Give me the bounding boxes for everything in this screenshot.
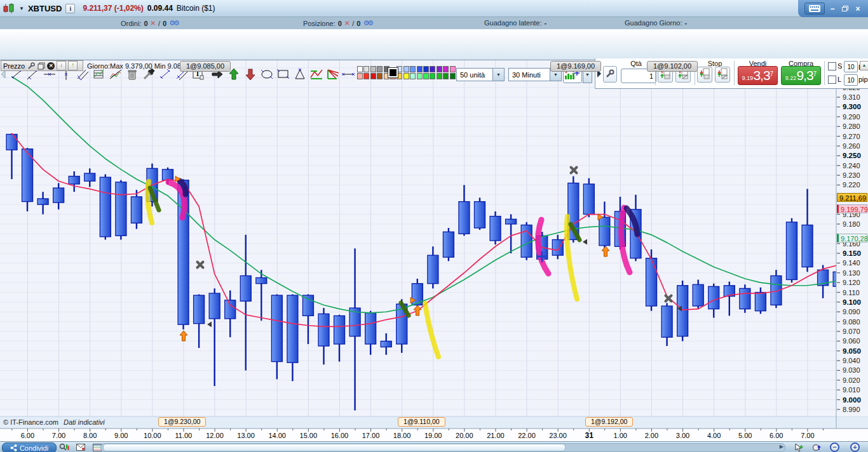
svg-text:8.00: 8.00 bbox=[83, 432, 97, 439]
color-swatch[interactable] bbox=[450, 73, 456, 79]
close-button[interactable]: × bbox=[853, 4, 863, 13]
zoom-selection-icon[interactable] bbox=[811, 442, 822, 452]
fan-tool-icon[interactable] bbox=[325, 66, 341, 83]
color-swatch[interactable] bbox=[430, 73, 435, 79]
order-settings-wrench-icon[interactable] bbox=[603, 66, 617, 83]
stop-sell-order-button[interactable] bbox=[715, 67, 730, 83]
position-status: Posizione: 0 ✕ / 0 ⚙⚙ bbox=[303, 19, 372, 27]
scrollbar-thumb[interactable] bbox=[103, 444, 566, 451]
color-swatch[interactable] bbox=[363, 66, 369, 72]
color-swatch[interactable] bbox=[423, 66, 429, 72]
svg-text:21.00: 21.00 bbox=[487, 432, 505, 439]
stop-buy-order-button[interactable] bbox=[697, 67, 712, 83]
panel-settings-wrench-icon[interactable] bbox=[27, 62, 35, 70]
svg-text:9.110: 9.110 bbox=[843, 289, 860, 296]
color-swatch[interactable] bbox=[403, 66, 409, 72]
horizontal-segment-tool-icon[interactable] bbox=[341, 66, 356, 83]
color-swatch[interactable] bbox=[388, 68, 398, 77]
close-panel-icon[interactable]: ✕ bbox=[47, 62, 55, 70]
svg-text:2.00: 2.00 bbox=[645, 432, 658, 439]
move-panel-up-icon[interactable]: ↑ bbox=[68, 61, 78, 70]
limit-pips-input[interactable] bbox=[844, 74, 858, 86]
rectangle-tool-icon[interactable] bbox=[276, 66, 291, 83]
executed-order-label: 1@9.230,00 bbox=[158, 417, 206, 427]
minimize-button[interactable]: − bbox=[827, 4, 837, 13]
sell-button[interactable]: 9.193,37 bbox=[738, 66, 778, 85]
color-swatch[interactable] bbox=[417, 66, 423, 72]
provider-credit: © IT-Finance.com bbox=[3, 418, 58, 426]
restore-button[interactable] bbox=[842, 6, 848, 11]
color-swatch[interactable] bbox=[377, 66, 383, 72]
cancel-orders-icon[interactable]: ✕ bbox=[151, 20, 156, 27]
color-swatch[interactable] bbox=[410, 66, 416, 72]
candle-body bbox=[677, 286, 688, 336]
news-icon[interactable] bbox=[75, 442, 86, 452]
buy-button[interactable]: 9.229,37 bbox=[781, 66, 821, 85]
move-panel-down-icon[interactable]: ↓ bbox=[57, 61, 66, 70]
candle-body bbox=[646, 258, 657, 306]
color-swatch[interactable] bbox=[450, 66, 456, 72]
zoom-in-icon[interactable]: + bbox=[850, 442, 860, 452]
color-swatch[interactable] bbox=[357, 66, 363, 72]
color-swatch[interactable] bbox=[437, 66, 442, 72]
candle-body bbox=[37, 199, 48, 204]
color-swatch[interactable] bbox=[410, 73, 416, 79]
color-swatch[interactable] bbox=[430, 66, 435, 72]
svg-text:9.140: 9.140 bbox=[843, 259, 860, 267]
orders-open-count: 0 bbox=[144, 20, 147, 27]
svg-text:18.00: 18.00 bbox=[393, 432, 411, 439]
bottom-taskbar: Condividi ▶ − + bbox=[0, 441, 868, 452]
limit-pips-checkbox[interactable] bbox=[828, 76, 836, 84]
pointer-mode-icon[interactable] bbox=[793, 442, 804, 452]
keyboard-icon[interactable] bbox=[804, 3, 825, 15]
info-button[interactable]: i bbox=[65, 4, 75, 13]
price-panel-header: Prezzo ✕ ↓ ↑ bbox=[1, 60, 83, 71]
candle-body bbox=[256, 277, 267, 283]
trading-platform-window: 8.9909.0009.0109.0209.0309.0409.0509.060… bbox=[0, 0, 868, 452]
color-swatch[interactable] bbox=[403, 73, 409, 79]
color-swatch[interactable] bbox=[370, 66, 376, 72]
zigzag-tool-icon[interactable] bbox=[309, 66, 324, 83]
screener-icon[interactable] bbox=[58, 442, 70, 452]
stop-pips-input[interactable] bbox=[844, 61, 858, 72]
x-mark-icon bbox=[198, 262, 203, 268]
color-swatch[interactable] bbox=[363, 73, 369, 79]
chart-horizontal-scrollbar[interactable]: ▶ bbox=[100, 443, 785, 452]
unrealized-pnl: Guadagno latente: - bbox=[484, 19, 546, 27]
triangle-tool-icon[interactable] bbox=[292, 66, 308, 83]
day-range-info: Giorno:Max 9.379,00 Min 9.081,00 bbox=[87, 62, 194, 70]
panel-title: Prezzo bbox=[3, 62, 25, 70]
color-swatch[interactable] bbox=[437, 73, 442, 79]
color-swatch[interactable] bbox=[423, 73, 429, 79]
arrow-down-tool-icon[interactable] bbox=[243, 66, 258, 83]
orders-settings-gear-icon[interactable]: ⚙⚙ bbox=[169, 19, 178, 27]
stop-pips-checkbox[interactable] bbox=[828, 62, 836, 70]
ellipse-tool-icon[interactable] bbox=[259, 66, 275, 83]
executed-order-label: 1@9.192,00 bbox=[585, 417, 633, 427]
zoom-out-icon[interactable]: − bbox=[830, 442, 839, 452]
day-pnl-value: - bbox=[685, 19, 688, 27]
svg-text:6.00: 6.00 bbox=[21, 432, 34, 439]
svg-text:9.150: 9.150 bbox=[843, 249, 861, 257]
color-swatch[interactable] bbox=[370, 73, 376, 79]
color-swatch[interactable] bbox=[443, 73, 449, 79]
axis-scroll-up-icon[interactable]: ▲ bbox=[860, 61, 868, 70]
units-select[interactable]: 50 unità ▼ bbox=[456, 68, 505, 81]
svg-text:9.250: 9.250 bbox=[843, 152, 861, 159]
position-settings-gear-icon[interactable]: ⚙⚙ bbox=[363, 19, 372, 27]
color-swatch[interactable] bbox=[417, 73, 423, 79]
instrument-dropdown-caret[interactable]: ▼ bbox=[19, 6, 24, 11]
candle-body bbox=[428, 255, 438, 284]
svg-text:10.00: 10.00 bbox=[144, 432, 161, 439]
close-position-icon[interactable]: ✕ bbox=[344, 20, 349, 27]
color-swatch[interactable] bbox=[357, 73, 363, 79]
candle-body bbox=[225, 300, 236, 319]
candle-body bbox=[318, 314, 329, 346]
color-swatch[interactable] bbox=[443, 66, 449, 72]
share-button[interactable]: Condividi bbox=[2, 442, 57, 452]
duplicate-panel-icon[interactable] bbox=[37, 62, 45, 70]
order-price-tooltip: 1@9.085,00 bbox=[180, 61, 231, 72]
scroll-right-icon[interactable]: ▶ bbox=[780, 444, 783, 449]
color-swatch[interactable] bbox=[377, 73, 383, 79]
sell-price-decimal: 7 bbox=[770, 70, 774, 77]
